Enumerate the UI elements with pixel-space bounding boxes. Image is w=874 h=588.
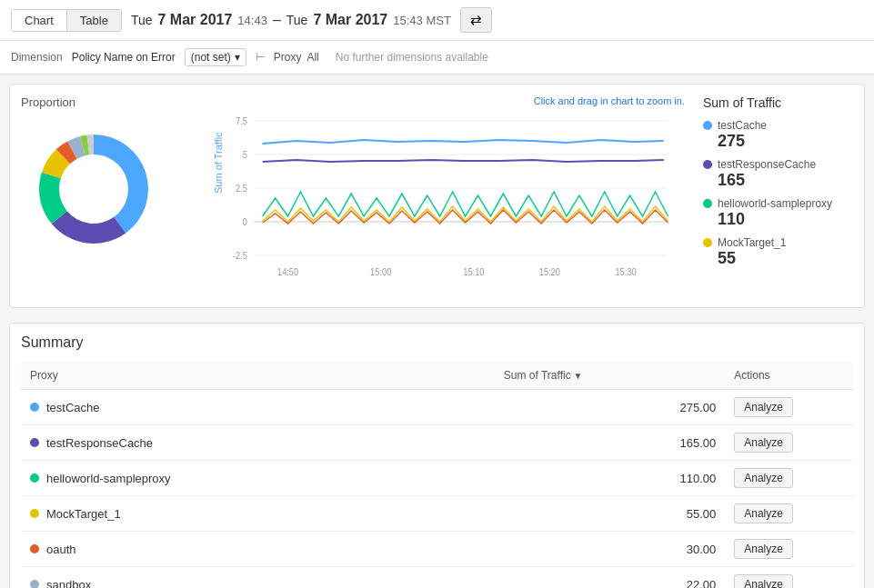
svg-text:-2.5: -2.5: [233, 251, 247, 261]
legend-item-value: 165: [718, 171, 853, 190]
svg-text:5: 5: [243, 150, 247, 160]
analyze-button[interactable]: Analyze: [734, 503, 793, 523]
analyze-button[interactable]: Analyze: [734, 433, 793, 453]
time2: 15:43 MST: [393, 14, 451, 27]
svg-text:15:10: 15:10: [463, 267, 484, 277]
proxy-color-dot: [30, 403, 39, 412]
legend-dot: [703, 160, 712, 169]
proxy-name: helloworld-sampleproxy: [46, 472, 171, 485]
traffic-value: 275.00: [495, 390, 725, 425]
legend-item-name: testCache: [718, 119, 767, 132]
date-dash: –: [273, 12, 281, 28]
dimension-select[interactable]: (not set) ▾: [185, 48, 246, 66]
dim-nav-proxy[interactable]: Proxy: [274, 51, 302, 64]
legend-item: testCache 275: [703, 119, 853, 151]
legend-item: helloworld-sampleproxy 110: [703, 197, 853, 229]
actions-cell: Analyze: [725, 461, 853, 496]
analyze-button[interactable]: Analyze: [734, 468, 793, 488]
traffic-value: 30.00: [495, 532, 725, 567]
dim-nav-all[interactable]: All: [306, 51, 318, 64]
refresh-button[interactable]: ⇄: [460, 7, 492, 33]
table-row: sandbox 22.00 Analyze: [21, 567, 853, 589]
proxy-cell: testResponseCache: [21, 425, 495, 461]
legend-item-value: 275: [718, 132, 853, 151]
proxy-cell: oauth: [21, 532, 495, 567]
legend-item-value: 110: [718, 210, 853, 229]
traffic-value: 22.00: [495, 567, 725, 589]
actions-cell: Analyze: [725, 567, 853, 589]
actions-cell: Analyze: [725, 532, 853, 567]
line-chart-area: Click and drag in chart to zoom in. Sum …: [212, 95, 685, 296]
line-chart-svg: Sum of Traffic 7.5 5 2.5 0 -2.5 14:50 15…: [212, 112, 685, 294]
proxy-name: MockTarget_1: [46, 507, 121, 521]
svg-text:15:00: 15:00: [370, 267, 391, 277]
proxy-name: testCache: [46, 401, 100, 414]
summary-title: Summary: [21, 334, 853, 351]
proxy-color-dot: [30, 544, 39, 553]
time1: 14:43: [237, 14, 267, 27]
legend-item: testResponseCache 165: [703, 158, 853, 190]
proxy-cell: sandbox: [21, 567, 495, 589]
chart-tab[interactable]: Chart: [12, 10, 67, 31]
svg-text:0: 0: [243, 217, 247, 227]
proxy-color-dot: [30, 473, 39, 483]
actions-cell: Analyze: [725, 390, 853, 425]
table-row: helloworld-sampleproxy 110.00 Analyze: [21, 461, 853, 496]
dimension-selected-value: (not set): [191, 51, 231, 64]
analyze-button[interactable]: Analyze: [734, 539, 793, 559]
traffic-value: 55.00: [495, 496, 725, 532]
date2-day: 7 Mar 2017: [313, 12, 387, 28]
proxy-cell: testCache: [21, 390, 495, 425]
proxy-color-dot: [30, 509, 39, 518]
proportion-title: Proportion: [21, 95, 203, 109]
dimension-label: Dimension: [11, 51, 63, 64]
col-header-proxy: Proxy: [21, 362, 495, 390]
table-tab[interactable]: Table: [67, 10, 121, 31]
svg-text:15:30: 15:30: [615, 267, 636, 277]
svg-text:2.5: 2.5: [236, 184, 247, 194]
chevron-down-icon: ▾: [235, 51, 240, 64]
proxy-name: oauth: [46, 543, 76, 556]
proxy-cell: MockTarget_1: [21, 496, 495, 532]
table-row: oauth 30.00 Analyze: [21, 532, 853, 567]
view-tabs: Chart Table: [11, 9, 122, 32]
actions-cell: Analyze: [725, 496, 853, 532]
summary-section: Summary Proxy Sum of Traffic Actions tes…: [9, 323, 865, 588]
svg-point-0: [62, 157, 126, 221]
actions-cell: Analyze: [725, 425, 853, 461]
proxy-name: testResponseCache: [46, 436, 153, 450]
donut-chart: [21, 116, 166, 262]
legend-item-name: helloworld-sampleproxy: [718, 197, 832, 210]
proportion-area: Proportion: [21, 95, 203, 296]
analyze-button[interactable]: Analyze: [734, 397, 793, 417]
top-bar: Chart Table Tue 7 Mar 2017 14:43 – Tue 7…: [0, 0, 874, 41]
main-content: Proportion Click and drag in chart to zo…: [0, 75, 874, 588]
date1-day: 7 Mar 2017: [157, 12, 232, 28]
proxy-name: sandbox: [46, 578, 91, 589]
svg-text:Sum of Traffic: Sum of Traffic: [214, 132, 225, 194]
legend-item-name: MockTarget_1: [718, 236, 786, 249]
legend-item-name: testResponseCache: [718, 158, 816, 171]
legend-title: Sum of Traffic: [703, 95, 853, 110]
no-dimensions-text: No further dimensions available: [336, 51, 488, 64]
table-row: MockTarget_1 55.00 Analyze: [21, 496, 853, 532]
legend-item: MockTarget_1 55: [703, 236, 853, 268]
date-range: Tue 7 Mar 2017 14:43 – Tue 7 Mar 2017 15…: [131, 12, 451, 28]
chart-section: Proportion Click and drag in chart to zo…: [9, 84, 865, 308]
legend-dot: [703, 199, 712, 208]
date2-prefix: Tue: [286, 13, 308, 27]
proxy-cell: helloworld-sampleproxy: [21, 461, 495, 496]
legend-dot: [703, 238, 712, 247]
dimension-bar: Dimension Policy Name on Error (not set)…: [0, 41, 874, 75]
table-row: testCache 275.00 Analyze: [21, 390, 853, 425]
dimension-nav: Proxy All: [274, 51, 319, 64]
col-header-traffic[interactable]: Sum of Traffic: [495, 362, 725, 390]
traffic-value: 110.00: [495, 461, 725, 496]
breadcrumb-sep: ⊢: [256, 51, 265, 64]
date1-prefix: Tue: [131, 13, 153, 27]
svg-text:7.5: 7.5: [236, 116, 247, 126]
analyze-button[interactable]: Analyze: [734, 574, 793, 588]
summary-table: Proxy Sum of Traffic Actions testCache 2…: [21, 362, 853, 588]
col-header-actions: Actions: [725, 362, 853, 390]
table-row: testResponseCache 165.00 Analyze: [21, 425, 853, 461]
